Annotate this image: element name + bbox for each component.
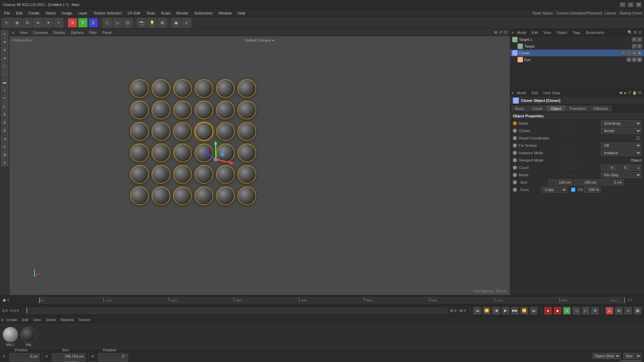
pb-motion-button[interactable]: M [615, 307, 623, 314]
hier-menu-mode[interactable]: Mode [515, 30, 528, 35]
hier-menu-view[interactable]: View [541, 30, 553, 35]
rotate-tool-button[interactable]: ↻ [23, 18, 32, 27]
props-nav-back[interactable]: ◀ [619, 90, 622, 95]
coord-size-mode-select[interactable]: Size Scale [623, 353, 641, 359]
maximize-button[interactable]: □ [628, 2, 633, 7]
pb-first-frame-button[interactable]: ⏮ [474, 307, 481, 314]
timeline-track[interactable]: 0 10 20 30 40 50 60 70 80 90 [39, 297, 625, 303]
size-x-input[interactable] [52, 353, 86, 359]
menu-select[interactable]: Select [43, 10, 59, 16]
ls-box-button[interactable]: □ [1, 62, 8, 70]
freeform-button[interactable]: ✦ [44, 18, 53, 27]
props-nav-filter[interactable]: ▽ [628, 90, 631, 95]
hier-search-icon[interactable]: 🔍 [628, 30, 632, 35]
prop-reset-checkbox[interactable] [636, 136, 640, 140]
deform-button[interactable]: ⤢ [182, 18, 191, 27]
hier-settings-icon[interactable]: ⚙ [634, 30, 637, 35]
ls-deformer-button[interactable]: ⊿ [1, 135, 8, 142]
prop-count-x-input[interactable] [601, 165, 614, 171]
viewport-icon-2[interactable]: ↺ [499, 30, 502, 35]
menu-image[interactable]: Image [59, 10, 75, 16]
cloner-render[interactable]: ● [632, 51, 637, 55]
ls-null-button[interactable]: × [1, 86, 8, 94]
select-tool-button[interactable]: ⊕ [12, 18, 22, 27]
hier-menu-bookmarks[interactable]: Bookmarks [584, 30, 606, 35]
props-menu-icon[interactable]: ≡ [512, 91, 514, 95]
pb-record-button[interactable]: ● [544, 307, 552, 314]
mat-menu-material[interactable]: Material [59, 317, 76, 322]
prop-fill-checkbox[interactable]: ✓ [571, 188, 575, 192]
viewport-cameras[interactable]: Cameras [33, 31, 48, 35]
mat-menu-create[interactable]: Create [4, 317, 19, 322]
prop-count-y-input[interactable] [614, 165, 628, 171]
mat-menu-select[interactable]: Select [44, 317, 58, 322]
mat-menu-view[interactable]: View [31, 317, 43, 322]
ls-layers-button[interactable]: ≡ [1, 143, 8, 150]
ls-pointer-button[interactable]: ↖ [1, 30, 8, 38]
menu-file[interactable]: File [1, 10, 13, 16]
render-button[interactable]: ▷ [113, 18, 122, 27]
menu-tools[interactable]: Tools [144, 10, 158, 16]
axis-z-button[interactable]: Z [89, 18, 98, 27]
hier-menu-edit[interactable]: Edit [530, 30, 540, 35]
tl-icon[interactable]: ◉ [3, 298, 6, 302]
props-nav-up[interactable]: ▲ [623, 90, 627, 95]
props-menu-edit[interactable]: Edit [530, 90, 540, 96]
target-visible[interactable]: ✓ [632, 44, 637, 49]
apply-button[interactable]: Apply [621, 360, 641, 362]
move-tool-button[interactable]: ↖ [2, 18, 11, 27]
ls-s3-button[interactable]: S [1, 127, 8, 134]
mat-item-2[interactable]: Mat [21, 327, 36, 347]
viewport-panel[interactable]: Panel [102, 31, 112, 35]
menu-window[interactable]: Window [216, 10, 234, 16]
pb-key-prev-button[interactable]: ◁ [573, 307, 580, 314]
hier-expand-icon[interactable]: ⊡ [638, 30, 641, 35]
prop-count-z-input[interactable] [628, 165, 641, 171]
tab-basic[interactable]: Basic [512, 106, 528, 111]
menu-render[interactable]: Render [174, 10, 191, 16]
target1-visible[interactable]: ✓ [632, 37, 637, 42]
render-region-button[interactable]: ⊡ [123, 18, 132, 27]
ls-move-button[interactable]: ✦ [1, 38, 8, 46]
pb-auto-key-button[interactable]: A [606, 307, 613, 314]
menu-texture-selection[interactable]: Texture Selection [91, 10, 124, 16]
eye-lock[interactable]: ● [632, 57, 637, 62]
viewport-icon-1[interactable]: ⊞ [494, 30, 497, 35]
prop-mode2-select[interactable]: Per-Step Endpoint [601, 172, 641, 178]
menu-create[interactable]: Create [26, 10, 42, 16]
prop-size-y-input[interactable] [574, 179, 598, 185]
props-menu-mode[interactable]: Mode [515, 90, 528, 96]
prop-instance-select[interactable]: Instance Multi-Instance [601, 150, 641, 156]
tab-coord[interactable]: Coord. [528, 106, 547, 111]
tab-object[interactable]: Object [547, 106, 565, 111]
axis-y-button[interactable]: Y [78, 18, 88, 27]
axis-x-button[interactable]: X [68, 18, 77, 27]
viewport-display[interactable]: Display [53, 31, 65, 35]
prop-mode-select[interactable]: Grid Array Linear Radial Object [601, 120, 641, 126]
coord-system-select[interactable]: Object (Rel) World Screen [592, 353, 621, 359]
ls-sphere-button[interactable]: ○ [1, 70, 8, 78]
prop-fill-input[interactable] [584, 187, 601, 193]
transform-gizmo[interactable] [196, 139, 236, 180]
pb-key-del-button[interactable]: ⊗ [591, 307, 599, 314]
mat-item-1[interactable]: Mat.1 [3, 327, 18, 347]
menu-help[interactable]: Help [235, 10, 248, 16]
menu-extensions[interactable]: Extensions [192, 10, 215, 16]
prop-size-z-input[interactable] [599, 179, 624, 185]
pb-play-button[interactable]: ▶ [502, 307, 509, 314]
rot-p-input[interactable] [98, 360, 128, 362]
ls-plane-button[interactable]: ▬ [1, 78, 8, 86]
scale-tool-button[interactable]: ⇔ [33, 18, 43, 27]
pb-next-frame-button[interactable]: ⏩ [521, 307, 528, 314]
pb-prev-frame-button[interactable]: ⏪ [483, 307, 490, 314]
pb-scrubber[interactable] [26, 308, 448, 314]
hier-item-target1[interactable]: T Target.1 ✓ ✓ [510, 36, 644, 43]
pb-next-button[interactable]: ▶▶ [511, 307, 519, 314]
coord-y-input[interactable] [9, 360, 40, 362]
coord-x-input[interactable] [9, 353, 40, 359]
mat-menu-icon[interactable]: ≡ [1, 318, 3, 322]
hierarchy-menu-icon[interactable]: ≡ [512, 31, 514, 35]
rot-h-input[interactable] [98, 353, 128, 359]
cloner-visible[interactable]: ✓ [621, 51, 626, 55]
hier-item-cloner[interactable]: C Cloner ✓ ✓ ● ⊞ [510, 50, 644, 56]
